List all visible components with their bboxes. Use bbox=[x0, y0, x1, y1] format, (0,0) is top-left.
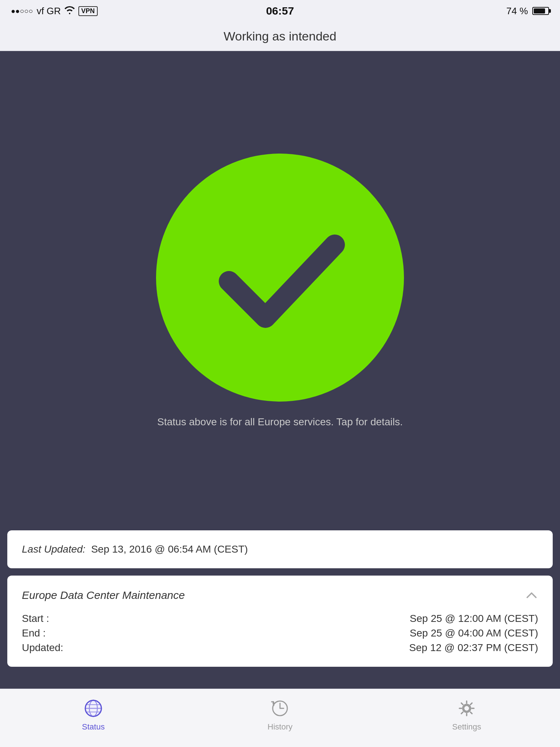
history-icon bbox=[269, 697, 291, 719]
status-bar: ●●○○○ vf GR VPN 06:57 74 % bbox=[0, 0, 560, 22]
svg-point-5 bbox=[85, 700, 101, 716]
tab-settings-label: Settings bbox=[452, 722, 481, 732]
status-circle[interactable] bbox=[156, 154, 404, 402]
maintenance-title: Europe Data Center Maintenance bbox=[22, 589, 185, 601]
maintenance-updated-row: Updated: Sep 12 @ 02:37 PM (CEST) bbox=[22, 642, 538, 654]
maintenance-header: Europe Data Center Maintenance bbox=[22, 589, 538, 602]
start-value: Sep 25 @ 12:00 AM (CEST) bbox=[410, 613, 538, 624]
gear-icon bbox=[456, 697, 478, 719]
tab-settings[interactable]: Settings bbox=[373, 697, 560, 732]
vpn-badge: VPN bbox=[78, 6, 98, 16]
updated-label: Updated: bbox=[22, 642, 63, 654]
maintenance-card[interactable]: Europe Data Center Maintenance Start : S… bbox=[7, 576, 553, 667]
tab-history[interactable]: History bbox=[187, 697, 373, 732]
last-updated-card: Last Updated: Sep 13, 2016 @ 06:54 AM (C… bbox=[7, 530, 553, 568]
maintenance-start-row: Start : Sep 25 @ 12:00 AM (CEST) bbox=[22, 613, 538, 624]
status-bar-time: 06:57 bbox=[266, 5, 294, 17]
signal-icon: ●●○○○ bbox=[11, 7, 33, 15]
tab-bar: Status History Settings bbox=[0, 689, 560, 747]
last-updated-text: Last Updated: Sep 13, 2016 @ 06:54 AM (C… bbox=[22, 543, 248, 555]
start-label: Start : bbox=[22, 613, 49, 624]
battery-percent: 74 % bbox=[506, 5, 528, 17]
nav-bar: Working as intended bbox=[0, 22, 560, 51]
end-value: Sep 25 @ 04:00 AM (CEST) bbox=[410, 627, 538, 639]
status-subtitle: Status above is for all Europe services.… bbox=[135, 416, 424, 428]
end-label: End : bbox=[22, 627, 46, 639]
maintenance-rows: Start : Sep 25 @ 12:00 AM (CEST) End : S… bbox=[22, 613, 538, 654]
status-bar-right: 74 % bbox=[506, 5, 549, 17]
tab-status-label: Status bbox=[82, 722, 105, 732]
checkmark-icon bbox=[207, 205, 353, 351]
carrier-label: vf GR bbox=[36, 5, 61, 17]
updated-value: Sep 12 @ 02:37 PM (CEST) bbox=[409, 642, 538, 654]
nav-title: Working as intended bbox=[223, 29, 336, 43]
checkmark-area[interactable]: Status above is for all Europe services.… bbox=[0, 51, 560, 530]
wifi-icon bbox=[65, 5, 75, 17]
svg-point-7 bbox=[464, 705, 470, 711]
chevron-up-icon[interactable] bbox=[525, 589, 538, 602]
main-content: Status above is for all Europe services.… bbox=[0, 51, 560, 689]
globe-icon bbox=[82, 697, 104, 719]
tab-history-label: History bbox=[268, 722, 292, 732]
last-updated-value: Sep 13, 2016 @ 06:54 AM (CEST) bbox=[91, 543, 248, 555]
battery-icon bbox=[532, 7, 549, 15]
status-bar-left: ●●○○○ vf GR VPN bbox=[11, 5, 98, 17]
tab-status[interactable]: Status bbox=[0, 697, 187, 732]
last-updated-label: Last Updated: bbox=[22, 543, 85, 555]
maintenance-end-row: End : Sep 25 @ 04:00 AM (CEST) bbox=[22, 627, 538, 639]
cards-area: Last Updated: Sep 13, 2016 @ 06:54 AM (C… bbox=[0, 530, 560, 674]
